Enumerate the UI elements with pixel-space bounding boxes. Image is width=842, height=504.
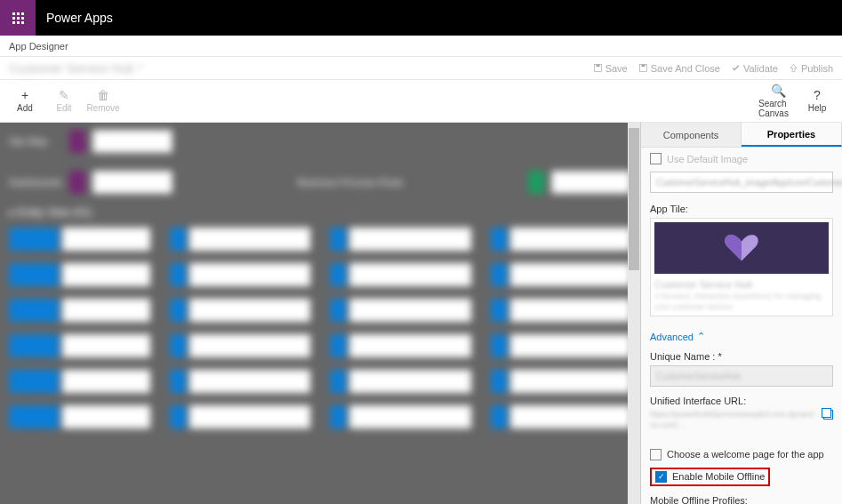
use-default-image-checkbox[interactable]	[650, 153, 662, 164]
chevron-up-icon: ⌃	[697, 331, 705, 342]
breadcrumb-bar: App Designer	[0, 36, 842, 57]
app-header-bar: Customer Service Hub * Save Save And Clo…	[0, 57, 842, 80]
help-button[interactable]: ?Help	[798, 82, 837, 121]
add-button[interactable]: +Add	[5, 82, 44, 121]
welcome-page-label: Choose a welcome page for the app	[667, 449, 824, 460]
command-bar: Save Save And Close Validate Publish	[593, 63, 833, 74]
tab-components[interactable]: Components	[641, 123, 742, 147]
unified-url-value: https://powerbuild3prmonsample3.crm.dyna…	[650, 410, 816, 430]
app-tile-name: Customer Service Hub	[654, 279, 829, 290]
unified-url-label: Unified Interface URL:	[650, 396, 833, 406]
tab-properties[interactable]: Properties	[742, 123, 842, 147]
global-header: Power Apps	[0, 0, 842, 36]
copy-url-icon[interactable]	[823, 410, 833, 420]
edit-button[interactable]: ✎Edit	[44, 82, 84, 121]
mobile-offline-profiles-label: Mobile Offline Profiles:	[650, 495, 833, 504]
publish-button[interactable]: Publish	[789, 63, 833, 74]
unique-name-input[interactable]: CustomerServiceHub	[650, 365, 833, 387]
app-tile-label: App Tile:	[650, 204, 833, 214]
app-launcher-button[interactable]	[0, 0, 36, 36]
advanced-toggle[interactable]: Advanced⌃	[650, 331, 705, 342]
search-canvas-button[interactable]: 🔍Search Canvas	[758, 82, 798, 121]
designer-canvas[interactable]: Site Map DashboardsBusiness Process Flow…	[0, 123, 641, 504]
unique-name-label: Unique Name : *	[650, 351, 833, 362]
svg-rect-1	[596, 64, 599, 67]
validate-button[interactable]: Validate	[731, 63, 778, 74]
save-and-close-button[interactable]: Save And Close	[638, 63, 720, 74]
svg-rect-3	[641, 64, 645, 67]
enable-mobile-offline-checkbox[interactable]: ✓	[655, 471, 667, 483]
breadcrumb: App Designer	[9, 41, 68, 52]
remove-button[interactable]: 🗑Remove	[84, 82, 123, 121]
designer-toolbar: +Add ✎Edit 🗑Remove 🔍Search Canvas ?Help	[0, 80, 842, 123]
app-tile-preview: Customer Service Hub A focused, interact…	[650, 218, 833, 316]
enable-mobile-offline-label: Enable Mobile Offline	[672, 471, 765, 482]
properties-panel: Components Properties Use Default Image …	[641, 123, 842, 504]
app-tile-heart-icon	[722, 232, 761, 264]
app-tile-description: A focused, interactive experience for ma…	[654, 292, 829, 312]
product-name: Power Apps	[36, 11, 113, 25]
welcome-page-checkbox[interactable]	[650, 449, 662, 460]
app-name: Customer Service Hub *	[9, 61, 142, 76]
image-resource-dropdown[interactable]: CustomerServiceHub_image/AppIcon/Custome…	[650, 172, 833, 193]
use-default-image-label: Use Default Image	[667, 154, 748, 164]
save-button[interactable]: Save	[593, 63, 628, 74]
canvas-scrollbar[interactable]	[628, 123, 640, 504]
